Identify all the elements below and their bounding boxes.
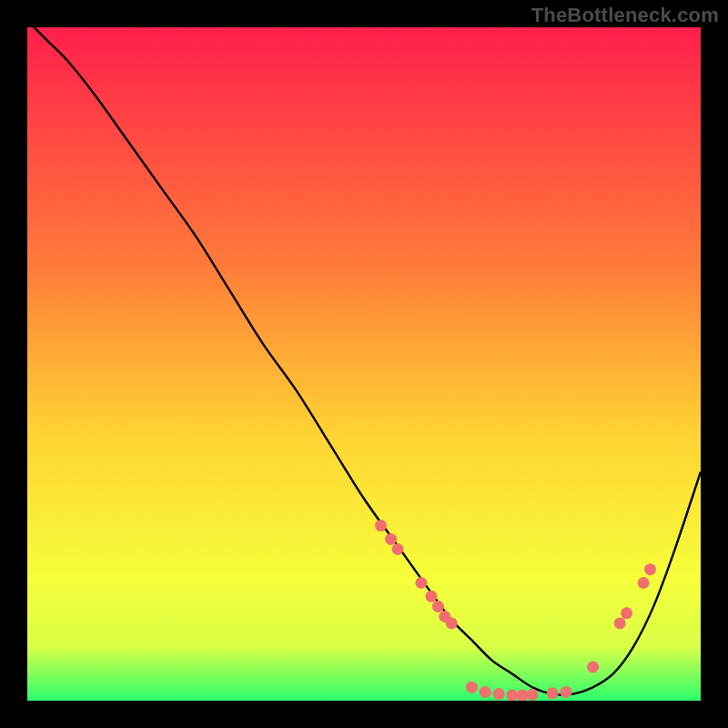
data-marker (621, 607, 632, 619)
data-marker (432, 601, 444, 612)
data-marker (644, 563, 656, 575)
data-marker (446, 617, 458, 629)
chart-frame: TheBottleneck.com (0, 0, 728, 728)
data-marker (614, 617, 626, 629)
data-marker (516, 690, 528, 701)
gradient-background (27, 27, 701, 701)
chart-svg (27, 27, 701, 701)
data-marker (493, 688, 505, 700)
data-marker (547, 687, 559, 699)
data-marker (480, 686, 491, 698)
data-marker (638, 577, 650, 589)
data-marker (587, 662, 599, 673)
data-marker (506, 690, 518, 701)
data-marker (415, 577, 427, 589)
data-marker (426, 591, 438, 602)
data-marker (392, 543, 404, 555)
data-marker (375, 520, 387, 531)
watermark-text: TheBottleneck.com (531, 4, 719, 27)
data-marker (466, 682, 478, 693)
data-marker (385, 533, 397, 545)
data-marker (527, 689, 539, 701)
data-marker (561, 686, 572, 698)
plot-area (27, 27, 701, 701)
